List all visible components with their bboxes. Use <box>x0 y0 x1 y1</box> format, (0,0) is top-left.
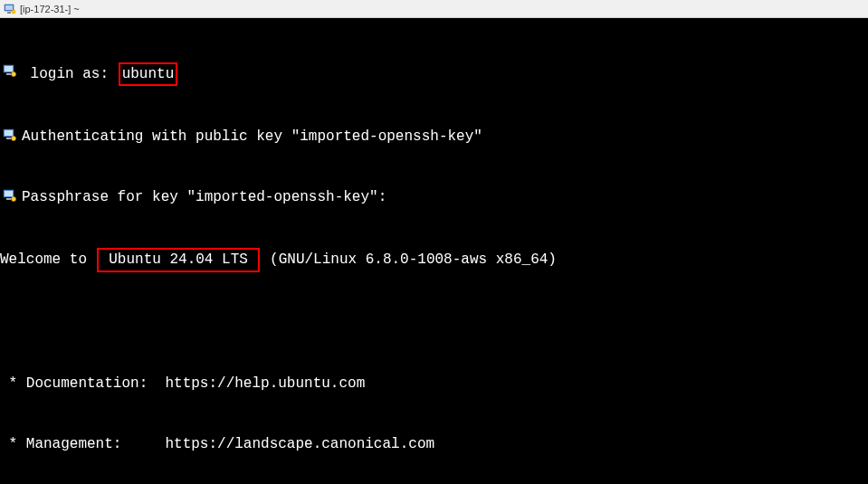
login-value-highlight: ubuntu <box>119 62 178 86</box>
os-highlight: Ubuntu 24.04 LTS <box>97 248 261 271</box>
terminal-content[interactable]: login as: ubuntu Authenticating with pub… <box>0 18 868 484</box>
svg-point-15 <box>12 197 16 202</box>
welcome-prefix: Welcome to <box>0 251 87 268</box>
svg-rect-5 <box>5 66 13 71</box>
svg-rect-10 <box>6 138 11 139</box>
mgmt-line: * Management: https://landscape.canonica… <box>0 434 868 454</box>
window-title: [ip-172-31-] ~ <box>20 4 80 14</box>
login-line: login as: ubuntu <box>22 62 868 86</box>
putty-icon <box>4 3 16 15</box>
svg-rect-9 <box>5 130 13 136</box>
blank-line <box>0 312 868 332</box>
window-title-bar: [ip-172-31-] ~ <box>0 0 868 18</box>
os-version: Ubuntu 24.04 LTS <box>109 251 248 268</box>
svg-point-7 <box>12 71 16 76</box>
svg-point-3 <box>12 10 15 14</box>
computer-icon <box>0 62 20 79</box>
svg-rect-13 <box>5 191 13 196</box>
svg-point-11 <box>12 136 16 140</box>
welcome-suffix: (GNU/Linux 6.8.0-1008-aws x86_64) <box>270 251 557 268</box>
login-prompt-text: login as: <box>31 66 109 82</box>
auth-line: Authenticating with public key "imported… <box>22 127 868 147</box>
login-value: ubuntu <box>122 66 175 82</box>
svg-rect-14 <box>6 198 11 200</box>
passphrase-line: Passphrase for key "imported-openssh-key… <box>22 187 868 207</box>
svg-rect-6 <box>6 73 11 75</box>
svg-rect-1 <box>5 5 13 10</box>
computer-icon <box>0 127 20 143</box>
svg-rect-2 <box>7 12 11 14</box>
computer-icon <box>0 187 20 204</box>
welcome-line: Welcome to Ubuntu 24.04 LTS (GNU/Linux 6… <box>0 248 868 271</box>
doc-line: * Documentation: https://help.ubuntu.com <box>0 374 868 394</box>
